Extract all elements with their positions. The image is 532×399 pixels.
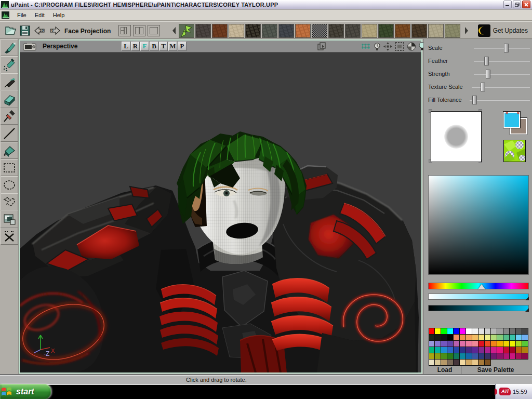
hue-slider[interactable] — [428, 283, 529, 289]
palette-color[interactable] — [516, 341, 522, 347]
palette-color[interactable] — [503, 335, 510, 341]
redo-button[interactable]: 0 — [48, 24, 60, 37]
palette-color[interactable] — [510, 328, 516, 335]
layout-quad-button[interactable] — [118, 25, 131, 36]
start-button[interactable]: start — [0, 384, 51, 399]
texture-bw-dither[interactable] — [312, 24, 327, 38]
palette-color[interactable] — [454, 341, 460, 347]
layout-single-button[interactable] — [148, 25, 160, 36]
palette-color[interactable] — [497, 347, 503, 353]
palette-color[interactable] — [454, 347, 460, 353]
palette-color[interactable] — [510, 341, 516, 347]
view-button-r[interactable]: R — [131, 42, 140, 51]
tool-pattern-stamp[interactable] — [1, 210, 18, 228]
hue-marker[interactable] — [478, 284, 485, 289]
palette-color[interactable] — [429, 341, 435, 347]
texture-olive-tan[interactable] — [445, 24, 460, 38]
palette-color[interactable] — [466, 360, 472, 366]
zoom-region-icon[interactable] — [394, 42, 405, 51]
orbit-icon[interactable] — [406, 42, 417, 51]
texture-pattern-swatch[interactable] — [503, 140, 526, 162]
slider-track[interactable] — [474, 61, 530, 62]
undo-button[interactable]: 10 — [33, 24, 46, 37]
palette-color[interactable] — [485, 328, 491, 335]
palette-color[interactable] — [522, 341, 528, 347]
palette-color[interactable] — [429, 353, 435, 360]
slider-track[interactable] — [474, 48, 530, 49]
palette-color[interactable] — [466, 328, 472, 335]
palette-color[interactable] — [466, 353, 472, 360]
palette-color[interactable] — [460, 353, 466, 360]
view-button-m[interactable]: M — [168, 42, 177, 51]
palette-color[interactable] — [485, 341, 491, 347]
menu-file[interactable]: File — [13, 10, 31, 20]
tool-clear-selection[interactable] — [1, 228, 18, 245]
saturation-slider[interactable] — [428, 294, 529, 300]
tool-fill[interactable] — [1, 142, 18, 159]
palette-color[interactable] — [472, 353, 478, 360]
slider-thumb[interactable] — [481, 83, 485, 91]
get-updates-button[interactable]: Get Updates — [478, 24, 528, 37]
texture-dark-brown[interactable] — [411, 24, 427, 38]
slider-thumb[interactable] — [486, 70, 490, 78]
ati-tray-icon[interactable]: ATi — [499, 388, 511, 395]
tool-select-ellipse[interactable] — [1, 176, 18, 193]
texture-tan-noise[interactable] — [428, 24, 444, 38]
palette-color[interactable] — [503, 341, 510, 347]
tool-line[interactable] — [1, 125, 18, 142]
texture-dark-green[interactable] — [378, 24, 394, 38]
palette-color[interactable] — [478, 335, 485, 341]
view-button-b[interactable]: B — [150, 42, 158, 51]
save-button[interactable] — [19, 24, 31, 37]
palette-color[interactable] — [441, 347, 447, 353]
palette-color[interactable] — [510, 335, 516, 341]
palette-color[interactable] — [429, 328, 435, 335]
swatch-scroll-left[interactable] — [171, 25, 177, 36]
palette-color[interactable] — [429, 335, 435, 341]
palette-color[interactable] — [497, 353, 503, 360]
palette-color[interactable] — [485, 360, 491, 366]
palette-color[interactable] — [472, 341, 478, 347]
palette-color[interactable] — [441, 353, 447, 360]
load-palette-button[interactable]: Load — [429, 366, 461, 375]
palette-color[interactable] — [454, 328, 460, 335]
saturation-value-picker[interactable] — [428, 175, 529, 275]
minimize-button[interactable] — [503, 1, 512, 8]
palette-color[interactable] — [522, 347, 528, 353]
palette-color[interactable] — [472, 347, 478, 353]
palette-color[interactable] — [503, 328, 510, 335]
palette-color[interactable] — [441, 360, 447, 366]
palette-color[interactable] — [466, 347, 472, 353]
palette-color[interactable] — [454, 353, 460, 360]
palette-color[interactable] — [447, 335, 454, 341]
texture-beige-knit[interactable] — [229, 24, 244, 38]
light-icon[interactable] — [373, 42, 381, 51]
tray-icon-partial[interactable] — [495, 389, 497, 395]
restore-button[interactable] — [513, 1, 521, 8]
palette-color[interactable] — [522, 353, 528, 360]
palette-color[interactable] — [491, 335, 497, 341]
palette-color[interactable] — [485, 353, 491, 360]
palette-color[interactable] — [478, 341, 485, 347]
texture-dark-camo[interactable] — [245, 24, 261, 38]
palette-color[interactable] — [466, 341, 472, 347]
palette-color[interactable] — [522, 335, 528, 341]
palette-color[interactable] — [435, 341, 441, 347]
pan-icon[interactable] — [383, 42, 393, 51]
palette-color[interactable] — [497, 335, 503, 341]
palette-color[interactable] — [516, 353, 522, 360]
texture-gray-green[interactable] — [262, 24, 277, 38]
palette-color[interactable] — [516, 335, 522, 341]
view-button-p[interactable]: P — [178, 42, 187, 51]
palette-color[interactable] — [478, 360, 485, 366]
texture-brown[interactable] — [212, 24, 228, 38]
viewport-copy-icon[interactable] — [317, 42, 327, 51]
tool-eraser[interactable] — [1, 90, 18, 108]
tool-pen[interactable] — [1, 73, 18, 90]
mesh-toggle-icon[interactable] — [360, 42, 371, 51]
value-slider[interactable] — [428, 305, 529, 311]
texture-gray-blue[interactable] — [278, 24, 294, 38]
slider-track[interactable] — [474, 74, 530, 75]
palette-color[interactable] — [460, 341, 466, 347]
tool-select-lasso[interactable] — [1, 193, 18, 210]
